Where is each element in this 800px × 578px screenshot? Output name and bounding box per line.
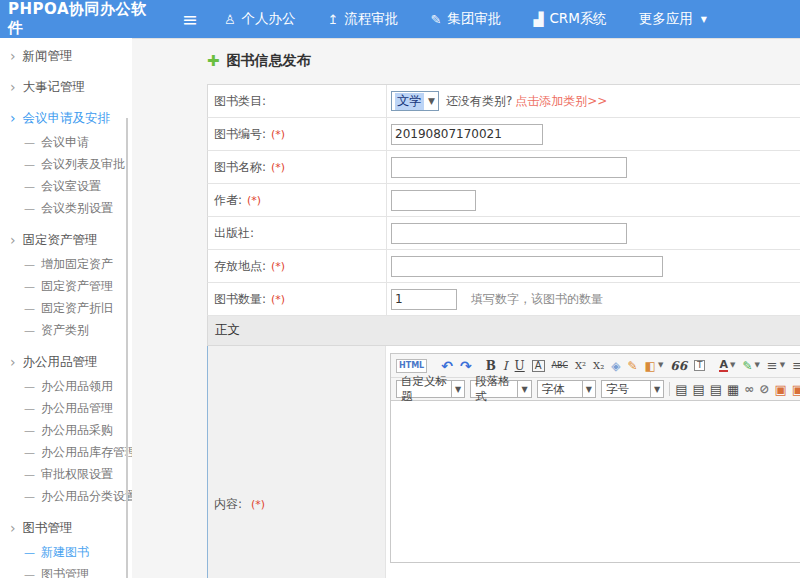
sidebar-item-book-manage[interactable]: — 图书管理 <box>0 563 132 578</box>
sidebar-item-supplies-inventory[interactable]: — 办公用品库存管理 <box>0 441 132 463</box>
sidebar-scrollbar[interactable] <box>126 118 128 578</box>
redo-icon[interactable]: ↷ <box>460 359 472 373</box>
sidebar-item-meeting-room[interactable]: — 会议室设置 <box>0 175 132 197</box>
format-brush-icon[interactable]: ✎ <box>627 360 637 372</box>
publisher-input[interactable] <box>391 223 627 244</box>
sidebar-item-meeting-category[interactable]: — 会议类别设置 <box>0 197 132 219</box>
sidebar-item-label: 固定资产管理 <box>41 278 113 295</box>
nav-personal-office[interactable]: ♙ 个人办公 <box>224 10 296 28</box>
font-style-button[interactable]: A <box>532 360 545 372</box>
bold-button[interactable]: B <box>486 360 496 372</box>
sidebar-item-label: 增加固定资产 <box>41 256 113 273</box>
book-name-label: 图书名称: <box>214 159 266 176</box>
size-select-label: 字号 <box>606 382 629 397</box>
insert-image-upload-icon[interactable]: ▣+ <box>792 383 800 396</box>
sidebar-item-supplies-manage[interactable]: — 办公用品管理 <box>0 397 132 419</box>
sidebar-item-book-management[interactable]: › 图书管理 <box>0 515 132 541</box>
author-input[interactable] <box>391 190 476 211</box>
sidebar-item-approval-permission[interactable]: — 审批权限设置 <box>0 463 132 485</box>
sidebar-item-meeting-apply[interactable]: — 会议申请 <box>0 131 132 153</box>
hamburger-menu-icon[interactable]: ≡ <box>182 10 198 29</box>
link-icon[interactable]: ∞ <box>744 383 754 395</box>
insert-image-icon[interactable]: ▣ <box>774 383 786 396</box>
publisher-label: 出版社: <box>214 225 254 242</box>
align-center-icon[interactable]: ▤ <box>692 383 704 396</box>
location-input[interactable] <box>391 256 663 277</box>
align-justify-icon[interactable]: ▦ <box>727 383 739 396</box>
category-select[interactable]: 文学 ▼ <box>391 91 439 111</box>
book-code-input[interactable] <box>391 124 543 145</box>
sidebar-item-supplies-category[interactable]: — 办公用品分类设置 <box>0 485 132 507</box>
book-name-input[interactable] <box>391 157 627 178</box>
sidebar-item-events-management[interactable]: › 大事记管理 <box>0 74 132 100</box>
chevron-right-icon: › <box>10 111 16 125</box>
html-source-button[interactable]: HTML <box>396 359 427 373</box>
sidebar-item-add-asset[interactable]: — 增加固定资产 <box>0 253 132 275</box>
editor-content-area[interactable] <box>391 400 800 562</box>
sidebar-item-asset-depreciation[interactable]: — 固定资产折旧 <box>0 297 132 319</box>
sidebar-item-assets-management[interactable]: › 固定资产管理 <box>0 227 132 253</box>
sidebar-item-label: 办公用品采购 <box>41 422 113 439</box>
nav-process-approval[interactable]: ↥ 流程审批 <box>328 10 399 28</box>
palette-icon[interactable]: ◧▼ <box>645 360 664 372</box>
field-value <box>386 184 800 216</box>
sidebar-item-supplies-claim[interactable]: — 办公用品领用 <box>0 375 132 397</box>
sidebar-item-new-book[interactable]: — 新建图书 <box>0 541 132 563</box>
chart-icon: ▟ <box>533 12 543 27</box>
nav-group-approval[interactable]: ✎ 集团审批 <box>430 10 501 28</box>
sidebar-item-supplies-management[interactable]: › 办公用品管理 <box>0 349 132 375</box>
body-section-title: 正文 <box>215 322 240 339</box>
font-color-button[interactable]: A▼ <box>719 359 735 372</box>
italic-button[interactable]: I <box>503 360 508 372</box>
font-size-select[interactable]: 字号▼ <box>601 380 664 398</box>
nav-more-apps[interactable]: 更多应用 ▼ <box>639 10 707 28</box>
sidebar-item-label: 办公用品分类设置 <box>41 488 132 505</box>
quantity-input[interactable] <box>391 289 457 310</box>
superscript-button[interactable]: X² <box>575 361 586 371</box>
nav-crm-system[interactable]: ▟ CRM系统 <box>533 10 606 28</box>
dash-icon: — <box>24 158 35 171</box>
sidebar-item-asset-manage[interactable]: — 固定资产管理 <box>0 275 132 297</box>
font-select-label: 字体 <box>542 382 565 397</box>
eraser-icon[interactable]: ◈ <box>611 360 620 372</box>
subscript-button[interactable]: X₂ <box>593 361 604 371</box>
undo-icon[interactable]: ↶ <box>441 359 453 373</box>
quantity-hint: 填写数字，该图书的数量 <box>471 291 603 308</box>
quantity-label: 图书数量: <box>214 291 266 308</box>
form-row-author: 作者: (*) <box>207 184 800 217</box>
sidebar-item-supplies-purchase[interactable]: — 办公用品采购 <box>0 419 132 441</box>
field-label: 图书数量: (*) <box>208 283 386 315</box>
dash-icon: — <box>24 180 35 193</box>
sidebar-item-news-management[interactable]: › 新闻管理 <box>0 43 132 69</box>
paste-as-text-button[interactable]: T <box>694 360 706 371</box>
paragraph-format-select[interactable]: 段落格式▼ <box>470 380 531 398</box>
font-family-select[interactable]: 字体▼ <box>537 380 596 398</box>
dash-icon: — <box>24 302 35 315</box>
sidebar: › 新闻管理 › 大事记管理 › 会议申请及安排 — 会议申请 — 会议列表及审… <box>0 38 132 578</box>
dash-icon: — <box>24 380 35 393</box>
unlink-icon[interactable]: ⊘ <box>759 383 769 395</box>
add-category-link[interactable]: 点击添加类别>> <box>515 93 607 110</box>
heading-select[interactable]: 自定义标题▼ <box>396 380 465 398</box>
align-right-icon[interactable]: ▤ <box>710 383 722 396</box>
sidebar-item-meeting-management[interactable]: › 会议申请及安排 <box>0 105 132 131</box>
chevron-right-icon: › <box>10 521 16 535</box>
align-left-icon[interactable]: ▤ <box>675 383 687 396</box>
blockquote-button[interactable]: 66 <box>670 360 687 372</box>
dash-icon: — <box>24 468 35 481</box>
ordered-list-button[interactable]: ≡▼ <box>767 359 785 372</box>
strikethrough-button[interactable]: ABC <box>552 362 568 370</box>
underline-button[interactable]: U <box>515 360 525 372</box>
app-logo: PHPOA协同办公软件 <box>0 0 158 38</box>
nav-label: 流程审批 <box>344 10 398 28</box>
required-mark: (*) <box>271 128 285 141</box>
field-label: 图书名称: (*) <box>208 151 386 183</box>
dash-icon: — <box>24 258 35 271</box>
sidebar-item-asset-category[interactable]: — 资产类别 <box>0 319 132 341</box>
chevron-right-icon: › <box>10 233 16 247</box>
sidebar-item-meeting-list[interactable]: — 会议列表及审批 <box>0 153 132 175</box>
bullet-list-button[interactable]: ≡▼ <box>792 359 800 372</box>
highlight-button[interactable]: ✎▼ <box>742 360 759 372</box>
required-mark: (*) <box>247 194 261 207</box>
sidebar-item-label: 会议类别设置 <box>41 200 113 217</box>
